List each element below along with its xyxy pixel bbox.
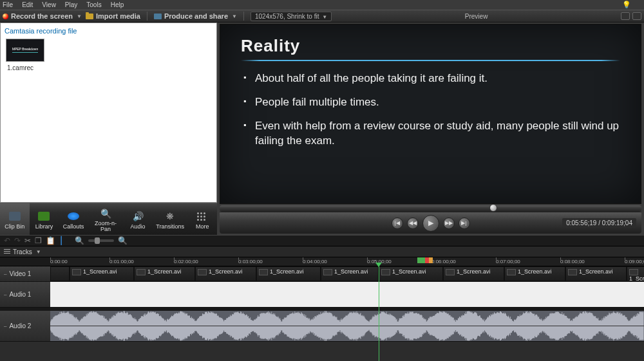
produce-share-button[interactable]: Produce and share ▼ <box>154 12 237 20</box>
video-clip[interactable]: 1_Screen.avi <box>256 266 321 281</box>
menu-tools[interactable]: Tools <box>86 1 101 8</box>
playhead[interactable] <box>379 266 379 361</box>
slider-handle[interactable] <box>95 237 100 244</box>
ruler-tick: 0:02:00;00 <box>174 259 198 264</box>
timeline-toolbar: ↶ ↷ ✂ ❐ 📋 ⎮ 🔍 🔍 <box>0 235 644 246</box>
library-icon <box>38 212 50 221</box>
menu-file[interactable]: File <box>3 1 13 8</box>
track-name: Audio 2 <box>9 322 31 329</box>
menu-help[interactable]: Help <box>111 1 124 8</box>
chevron-down-icon: ▼ <box>232 14 237 19</box>
preview-resolution-dropdown[interactable]: 1024x576, Shrink to fit ▼ <box>251 12 332 21</box>
more-icon <box>197 212 207 221</box>
tab-audio[interactable]: Audio <box>123 203 153 235</box>
ruler-tick: 0:04:00;00 <box>303 259 327 264</box>
video-clip[interactable]: 1_Screen.avi <box>321 266 379 281</box>
zoom-out-button[interactable]: 🔍 <box>75 236 84 245</box>
zoom-slider[interactable] <box>88 239 114 242</box>
tab-label: Library <box>35 223 53 230</box>
tab-label: Callouts <box>63 223 84 230</box>
paste-button[interactable]: 📋 <box>46 236 55 245</box>
title-underline <box>241 60 620 61</box>
video-clip[interactable]: 1_Screen.avi <box>134 266 195 281</box>
video-clip[interactable]: 1_Screen.avi <box>504 266 565 281</box>
tab-label: Clip Bin <box>5 223 24 230</box>
detach-preview-icon[interactable] <box>621 12 630 20</box>
record-icon <box>3 14 8 19</box>
menu-view[interactable]: View <box>42 1 56 8</box>
import-media-button[interactable]: Import media <box>86 12 140 20</box>
track-header-audio1[interactable]: –Audio 1 <box>0 282 50 307</box>
player-controls: |◀ ◀◀ ▶ ▶▶ ▶| 0:05:56;19 / 0:09:19;04 <box>220 212 641 234</box>
tool-tabs: Clip Bin Library Callouts Zoom-n- Pan Au… <box>0 203 217 235</box>
preview-panel: Reality About half of all the people tak… <box>217 23 644 235</box>
toolbar-divider <box>243 12 244 21</box>
preview-scrubber[interactable] <box>220 205 641 212</box>
timeline-markers[interactable] <box>417 257 433 263</box>
tab-label: Zoom-n- Pan <box>95 221 117 232</box>
clip-filename[interactable]: 1.camrec <box>7 64 214 71</box>
cut-button[interactable]: ✂ <box>24 236 31 245</box>
zoom-in-button[interactable]: 🔍 <box>118 236 128 245</box>
tab-clip-bin[interactable]: Clip Bin <box>0 203 30 235</box>
video-clip[interactable]: 1_Screen.avi <box>443 266 504 281</box>
collapse-icon[interactable]: – <box>4 271 6 277</box>
redo-button[interactable]: ↷ <box>14 236 21 245</box>
undo-button[interactable]: ↶ <box>4 236 10 245</box>
tab-more[interactable]: More <box>187 203 217 235</box>
goto-start-button[interactable]: |◀ <box>392 218 403 229</box>
step-forward-button[interactable]: ▶▶ <box>443 218 455 229</box>
record-screen-button[interactable]: Record the screen ▼ <box>3 12 82 20</box>
tracks-label: Tracks <box>13 248 32 255</box>
ruler-tick: 0:09:00;00 <box>625 259 644 264</box>
ruler-tick: 0:00:00 <box>50 259 68 264</box>
video-clip[interactable] <box>50 266 70 281</box>
chevron-down-icon: ▼ <box>77 14 82 19</box>
audio1-track[interactable] <box>50 282 644 307</box>
tab-callouts[interactable]: Callouts <box>59 203 88 235</box>
copy-button[interactable]: ❐ <box>35 236 42 245</box>
menu-play[interactable]: Play <box>65 1 77 8</box>
tab-library[interactable]: Library <box>30 203 59 235</box>
track-header-video1[interactable]: –Video 1 <box>0 266 50 281</box>
collapse-icon[interactable]: – <box>4 292 6 297</box>
thumbnail-caption: MPEP Breakdown <box>12 47 38 53</box>
tab-transitions[interactable]: Transitions <box>153 203 187 235</box>
chevron-down-icon: ▼ <box>322 14 327 20</box>
video-clip[interactable]: 1_Screen.avi <box>379 266 443 281</box>
ruler-tick: 0:06:00;00 <box>431 259 456 264</box>
timeline-ruler[interactable]: 0:00:00 0:01:00;00 0:02:00;00 0:03:00;00… <box>50 257 644 266</box>
tips-icon[interactable]: 💡 <box>622 1 631 9</box>
tab-label: More <box>196 223 209 230</box>
play-button[interactable]: ▶ <box>422 215 439 232</box>
timeline-panel: ↶ ↷ ✂ ❐ 📋 ⎮ 🔍 🔍 Tracks ▼ 0:00:00 0:01:00… <box>0 235 644 342</box>
video-clip[interactable]: 1_Screen.avi <box>195 266 256 281</box>
tracks-dropdown[interactable]: Tracks ▼ <box>0 246 644 257</box>
chevron-down-icon: ▼ <box>36 249 41 255</box>
import-label: Import media <box>96 12 140 20</box>
split-button[interactable]: ⎮ <box>59 236 63 245</box>
video-clip[interactable]: 1_Screen.avi <box>70 266 134 281</box>
tab-zoom-pan[interactable]: Zoom-n- Pan <box>88 203 123 235</box>
produce-label: Produce and share <box>164 12 228 20</box>
menu-edit[interactable]: Edit <box>22 1 33 8</box>
ruler-tick: 0:07:00;00 <box>496 259 520 264</box>
toolbar-divider <box>147 12 147 21</box>
scrubber-handle[interactable] <box>489 204 497 212</box>
video-track[interactable]: 1_Screen.avi1_Screen.avi1_Screen.avi1_Sc… <box>50 266 644 281</box>
track-name: Video 1 <box>9 270 31 277</box>
track-header-audio2[interactable]: –Audio 2 <box>0 311 50 341</box>
video-clip[interactable]: 1_Screen.avi <box>627 266 644 281</box>
audio2-track[interactable] <box>50 311 644 341</box>
marker[interactable] <box>429 257 433 263</box>
ruler-gutter <box>0 257 50 266</box>
fullscreen-icon[interactable] <box>632 12 641 20</box>
collapse-icon[interactable]: – <box>4 323 6 329</box>
step-back-button[interactable]: ◀◀ <box>407 218 419 229</box>
clip-thumbnail[interactable]: MPEP Breakdown <box>6 39 44 62</box>
preview-canvas[interactable]: Reality About half of all the people tak… <box>220 24 641 204</box>
video-clip[interactable]: 1_Screen.avi <box>565 266 627 281</box>
ruler-tick: 0:08:00;00 <box>560 259 585 264</box>
speaker-icon <box>131 210 145 222</box>
goto-end-button[interactable]: ▶| <box>459 218 470 229</box>
